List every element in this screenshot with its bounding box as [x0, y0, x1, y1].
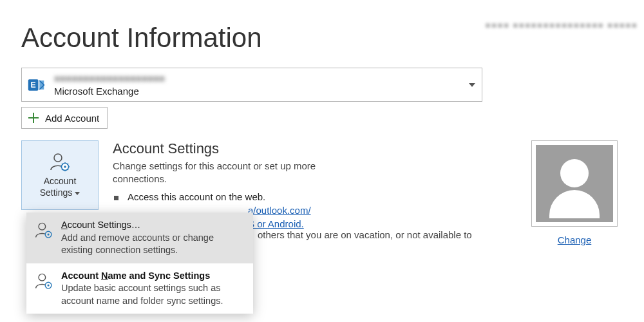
tile-label-line1: Account: [44, 176, 77, 186]
menu-item-title: Account Settings…: [61, 219, 245, 232]
menu-item-desc: Update basic account settings such as ac…: [61, 282, 245, 307]
menu-item-name-sync-settings[interactable]: Account Name and Sync Settings Update ba…: [26, 263, 253, 314]
change-picture-link[interactable]: Change: [526, 234, 623, 245]
svg-point-18: [47, 284, 49, 286]
account-email: ■■■■■■■■■■■■■■■■■■■: [54, 72, 165, 85]
svg-line-10: [68, 169, 69, 170]
menu-item-title: Account Name and Sync Settings: [61, 270, 245, 283]
section-title: Account Settings: [113, 140, 506, 157]
menu-item-account-settings[interactable]: Account Settings… Add and remove account…: [26, 213, 253, 263]
svg-point-4: [64, 166, 66, 168]
account-settings-menu: Account Settings… Add and remove account…: [26, 213, 253, 314]
user-gear-icon: [34, 271, 53, 290]
svg-line-9: [62, 164, 63, 165]
add-account-label: Add Account: [45, 113, 99, 124]
user-gear-icon: [49, 152, 71, 171]
account-type: Microsoft Exchange: [54, 85, 165, 98]
mobile-app-link[interactable]: S or Android.: [248, 218, 304, 229]
plus-icon: [27, 111, 40, 124]
chevron-down-icon: [75, 192, 80, 195]
svg-point-16: [39, 274, 46, 281]
menu-item-desc: Add and remove accounts or change existi…: [61, 232, 245, 257]
svg-point-15: [47, 233, 49, 235]
outlook-web-link[interactable]: a/outlook.com/: [248, 205, 311, 216]
user-gear-icon: [34, 220, 53, 240]
section-description: Change settings for this account or set …: [113, 160, 319, 186]
svg-point-13: [39, 223, 46, 230]
account-settings-tile[interactable]: Account Settings: [21, 140, 99, 210]
partial-text-fragment: others that you are on vacation, or not …: [258, 229, 472, 240]
svg-point-2: [54, 154, 62, 162]
add-account-button[interactable]: Add Account: [21, 107, 108, 129]
avatar-placeholder-icon: [536, 145, 613, 222]
tile-label-line2: Settings: [40, 187, 73, 198]
chevron-down-icon: [469, 83, 475, 87]
profile-picture-frame: [531, 140, 618, 227]
topbar-blurred-text: ■■■■ ■■■■■■■■■■■■■■■ ■■■■■: [485, 20, 638, 30]
exchange-icon: E: [27, 76, 45, 94]
account-selector[interactable]: E ■■■■■■■■■■■■■■■■■■■ Microsoft Exchange: [21, 68, 482, 102]
bullet-icon: [114, 196, 118, 200]
svg-text:E: E: [31, 80, 36, 90]
svg-line-11: [68, 164, 69, 165]
svg-line-12: [62, 169, 63, 170]
bullet-text: Access this account on the web.: [128, 191, 265, 202]
